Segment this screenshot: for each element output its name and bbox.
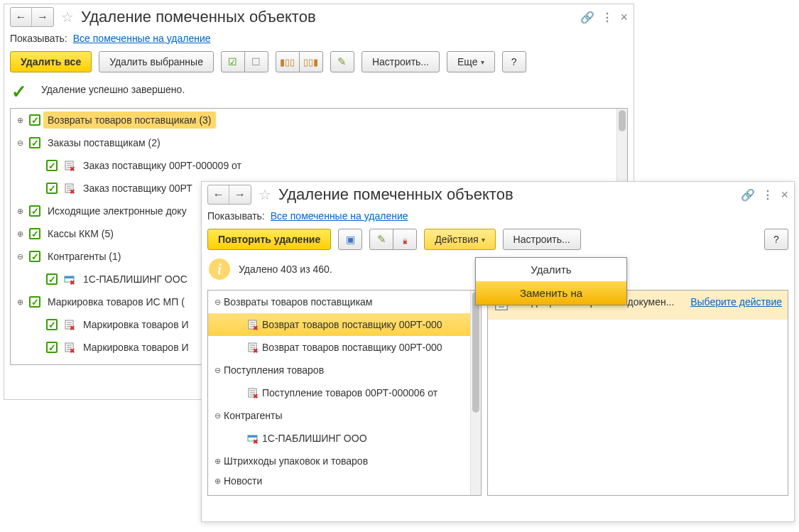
checkbox[interactable]: ✓: [29, 296, 40, 308]
uncheck-all-button[interactable]: ☐: [244, 51, 268, 72]
checkbox[interactable]: ✓: [29, 228, 40, 239]
edit-button[interactable]: ✎: [369, 229, 393, 250]
expand-icon[interactable]: ⊕: [13, 114, 26, 126]
delete-all-button[interactable]: Удалить все: [10, 51, 92, 72]
dropdown-item-delete[interactable]: Удалить: [476, 258, 626, 281]
checkbox[interactable]: ✓: [46, 342, 58, 353]
more-button[interactable]: Еще: [447, 51, 495, 72]
tree-label: Заказы поставщикам (2): [43, 134, 165, 151]
scrollbar-vertical[interactable]: [470, 291, 481, 495]
dropdown-item-replace[interactable]: Заменить на: [476, 281, 626, 305]
arrow-right-icon: →: [37, 11, 48, 23]
document-marked-icon: ✖: [246, 319, 259, 330]
tree-row[interactable]: ✖Возврат товаров поставщику 00РТ-000: [208, 336, 481, 359]
left-tree[interactable]: ⊖Возвраты товаров поставщикам✖Возврат то…: [208, 291, 481, 489]
tree-row[interactable]: ⊖✓Заказы поставщикам (2): [11, 131, 627, 154]
filter-row: Показывать: Все помеченные на удаление: [4, 30, 634, 47]
setup-button[interactable]: Настроить...: [503, 229, 581, 250]
expand-icon[interactable]: ⊕: [13, 205, 26, 217]
back-button[interactable]: ←: [208, 185, 229, 204]
close-icon[interactable]: ×: [781, 188, 788, 202]
tree-row[interactable]: ⊕✓Возвраты товаров поставщикам (3): [11, 109, 627, 131]
collapse-icon[interactable]: ⊖: [211, 295, 224, 308]
checkbox[interactable]: ✓: [29, 251, 40, 262]
filter-label: Показывать:: [207, 210, 265, 222]
window-small-button[interactable]: ▣: [338, 229, 362, 250]
titlebar: ← → ☆ Удаление помеченных объектов 🔗 ×: [4, 4, 634, 30]
back-button[interactable]: ←: [11, 8, 32, 26]
favorite-icon[interactable]: ☆: [259, 186, 271, 203]
tree-row[interactable]: ⊕Штрихкоды упаковок и товаров: [208, 450, 481, 472]
hierarchy-button-1[interactable]: ▮▯▯: [276, 51, 300, 72]
tree-label: Маркировка товаров И: [79, 316, 193, 333]
nav-buttons: ← →: [10, 7, 54, 27]
kebab-icon[interactable]: [762, 188, 773, 202]
checkbox[interactable]: ✓: [29, 137, 40, 148]
check-all-icon: ☑: [228, 56, 237, 67]
expand-icon[interactable]: ⊕: [13, 227, 26, 240]
tree-row[interactable]: ✓✖Заказ поставщику 00РТ-000009 от: [11, 154, 627, 177]
collapse-icon[interactable]: ⊖: [211, 409, 224, 422]
tree-row[interactable]: ⊕Новости: [208, 472, 481, 489]
checkbox[interactable]: ✓: [46, 273, 58, 285]
tree-label: 1С-ПАБЛИШИНГ ООО: [262, 433, 367, 444]
toolbar: Повторить удаление ▣ ✎ ▫✖ Действия Настр…: [202, 224, 794, 254]
delete-selected-button[interactable]: Удалить выбранные: [99, 51, 214, 72]
svg-text:✖: ✖: [70, 279, 75, 285]
tree-label: Маркировка товаров И: [79, 339, 193, 356]
link-icon[interactable]: 🔗: [741, 188, 755, 202]
hierarchy-down-icon: ▮▯▯: [280, 57, 295, 67]
tree-row[interactable]: ✖Возврат товаров поставщику 00РТ-000: [208, 313, 481, 336]
collapse-icon[interactable]: ⊖: [13, 136, 26, 149]
tree-label: 1С-ПАБЛИШИНГ ООС: [79, 271, 192, 288]
tree-row[interactable]: ⊖Возвраты товаров поставщикам: [208, 291, 481, 313]
collapse-icon[interactable]: ⊖: [13, 250, 26, 263]
tree-label: Контрагенты (1): [43, 248, 125, 265]
hierarchy-button-2[interactable]: ▯▯▮: [299, 51, 323, 72]
window-deletion-front: ← → ☆ Удаление помеченных объектов 🔗 × П…: [201, 181, 795, 522]
expand-icon[interactable]: ⊕: [211, 455, 224, 467]
tree-label: Возвраты товаров поставщикам (3): [43, 112, 216, 129]
checkbox[interactable]: ✓: [29, 114, 40, 126]
retry-delete-button[interactable]: Повторить удаление: [207, 229, 331, 250]
expand-icon[interactable]: ⊕: [13, 295, 26, 308]
scroll-thumb[interactable]: [472, 292, 479, 413]
actions-button[interactable]: Действия: [424, 229, 495, 250]
kebab-icon[interactable]: [602, 11, 613, 24]
tree-row[interactable]: ⊖Поступления товаров: [208, 359, 481, 381]
close-icon[interactable]: ×: [620, 10, 628, 25]
checkbox[interactable]: ✓: [46, 160, 58, 171]
help-button[interactable]: ?: [764, 229, 788, 250]
title-actions: 🔗 ×: [580, 10, 628, 25]
tree-row[interactable]: ✖1С-ПАБЛИШИНГ ООО: [208, 427, 481, 450]
setup-button[interactable]: Настроить...: [362, 51, 440, 72]
choose-action-link[interactable]: Выберите действие: [690, 296, 782, 314]
link-icon[interactable]: 🔗: [580, 11, 594, 24]
split-panes: ⊖Возвраты товаров поставщикам✖Возврат то…: [207, 290, 788, 496]
tree-label: Штрихкоды упаковок и товаров: [224, 455, 368, 467]
scroll-thumb[interactable]: [619, 110, 626, 131]
filter-link[interactable]: Все помеченные на удаление: [73, 33, 211, 44]
right-pane: Исходящий электронный докумен... Выберит…: [487, 290, 788, 496]
checkbox[interactable]: ✓: [46, 319, 58, 330]
collapse-icon[interactable]: ⊖: [211, 364, 224, 376]
check-all-button[interactable]: ☑: [221, 51, 245, 72]
favorite-icon[interactable]: ☆: [61, 9, 74, 26]
expand-icon[interactable]: ⊕: [211, 474, 224, 487]
help-button[interactable]: ?: [502, 51, 526, 72]
tree-row[interactable]: ⊖Контрагенты: [208, 404, 481, 427]
delete-mark-icon: ▫✖: [403, 234, 407, 245]
tree-label: Кассы ККМ (5): [43, 225, 118, 242]
filter-label: Показывать:: [10, 33, 67, 44]
document-marked-icon: ✖: [246, 387, 259, 398]
forward-button[interactable]: →: [229, 185, 251, 204]
checkbox[interactable]: ✓: [29, 205, 40, 217]
delete-mark-button[interactable]: ▫✖: [393, 229, 417, 250]
filter-link[interactable]: Все помеченные на удаление: [271, 210, 408, 222]
forward-button[interactable]: →: [32, 8, 53, 26]
checkbox[interactable]: ✓: [46, 183, 58, 194]
tree-row[interactable]: ✖Поступление товаров 00РТ-000006 от: [208, 381, 481, 404]
edit-button[interactable]: ✎: [330, 51, 354, 72]
nav-buttons: ← →: [207, 185, 251, 205]
status-text: Удаление успешно завершено.: [41, 84, 185, 95]
